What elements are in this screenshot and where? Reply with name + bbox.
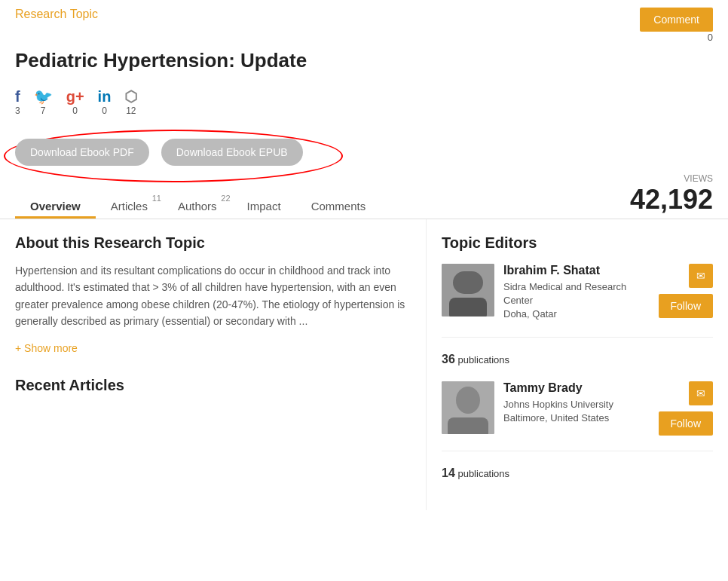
svg-rect-5 bbox=[448, 417, 488, 434]
show-more-link[interactable]: + Show more bbox=[15, 342, 78, 354]
share-count: 12 bbox=[126, 105, 136, 116]
editor-2-actions: ✉ Follow bbox=[659, 381, 713, 436]
editor-1-actions: ✉ Follow bbox=[659, 264, 713, 318]
googleplus-count: 0 bbox=[72, 105, 78, 116]
general-share[interactable]: ⬡ 12 bbox=[124, 87, 137, 116]
googleplus-icon: g+ bbox=[66, 88, 84, 105]
main-content: About this Research Topic Hypertension a… bbox=[0, 219, 728, 510]
research-topic-label: Research Topic bbox=[15, 8, 98, 21]
editor-card-2-inner: Tammy Brady Johns Hopkins University Bal… bbox=[442, 381, 713, 451]
twitter-icon: 🐦 bbox=[34, 87, 53, 105]
svg-rect-1 bbox=[453, 271, 483, 294]
nav-section: Overview 11 Articles 22 Authors Impact C… bbox=[0, 173, 728, 219]
tab-authors[interactable]: 22 Authors bbox=[163, 192, 232, 219]
editor-card-1-inner: Ibrahim F. Shatat Sidra Medical and Rese… bbox=[442, 264, 713, 338]
twitter-count: 7 bbox=[41, 105, 46, 116]
googleplus-share[interactable]: g+ 0 bbox=[66, 88, 84, 116]
tab-comments-label: Comments bbox=[311, 200, 366, 213]
tab-articles[interactable]: 11 Articles bbox=[96, 192, 163, 219]
recent-articles-title: Recent Articles bbox=[15, 377, 411, 394]
tab-articles-badge: 11 bbox=[152, 194, 161, 203]
editor-2-info: Tammy Brady Johns Hopkins University Bal… bbox=[503, 381, 650, 425]
tab-overview-label: Overview bbox=[30, 200, 81, 213]
editor-1-email-button[interactable]: ✉ bbox=[689, 264, 713, 288]
comment-count-area: 0 bbox=[0, 32, 728, 43]
tab-authors-label: Authors bbox=[178, 200, 217, 213]
download-pdf-button[interactable]: Download Ebook PDF bbox=[15, 139, 149, 166]
about-description: Hypertension and its resultant complicat… bbox=[15, 262, 411, 330]
editor-1-publications: 36 publications bbox=[442, 353, 713, 366]
tab-impact[interactable]: Impact bbox=[232, 192, 296, 219]
topic-editors-title: Topic Editors bbox=[442, 234, 713, 252]
views-count: 42,192 bbox=[630, 184, 713, 216]
nav-tabs: Overview 11 Articles 22 Authors Impact C… bbox=[15, 192, 381, 219]
editor-2-avatar bbox=[442, 381, 494, 434]
page-title: Pediatric Hypertension: Update bbox=[15, 49, 713, 72]
about-title: About this Research Topic bbox=[15, 234, 411, 252]
editor-1-info: Ibrahim F. Shatat Sidra Medical and Rese… bbox=[503, 264, 650, 322]
social-section: f 3 🐦 7 g+ 0 in 0 ⬡ 12 bbox=[0, 80, 728, 124]
download-section: Download Ebook PDF Download Ebook EPUB bbox=[0, 124, 728, 173]
facebook-share[interactable]: f 3 bbox=[15, 88, 20, 116]
comment-button[interactable]: Comment bbox=[640, 8, 713, 32]
linkedin-icon: in bbox=[98, 88, 112, 105]
views-section: VIEWS 42,192 bbox=[630, 173, 713, 219]
linkedin-count: 0 bbox=[102, 105, 107, 116]
tab-overview[interactable]: Overview bbox=[15, 192, 96, 219]
left-panel: About this Research Topic Hypertension a… bbox=[0, 219, 427, 510]
editor-2-email-button[interactable]: ✉ bbox=[689, 381, 713, 405]
comment-count-number: 0 bbox=[708, 32, 713, 43]
tab-impact-label: Impact bbox=[247, 200, 281, 213]
linkedin-share[interactable]: in 0 bbox=[98, 88, 112, 116]
editor-2-publications: 14 publications bbox=[442, 466, 713, 480]
editor-card-1: Ibrahim F. Shatat Sidra Medical and Rese… bbox=[442, 264, 713, 366]
editor-1-avatar bbox=[442, 264, 494, 316]
right-panel: Topic Editors Ibrahim F. Shatat Sidra Me… bbox=[427, 219, 728, 510]
editor-1-name: Ibrahim F. Shatat bbox=[503, 264, 650, 277]
share-icon: ⬡ bbox=[124, 87, 137, 105]
editor-2-affiliation: Johns Hopkins University Baltimore, Unit… bbox=[503, 398, 650, 425]
svg-point-4 bbox=[456, 387, 480, 414]
download-buttons: Download Ebook PDF Download Ebook EPUB bbox=[15, 139, 713, 166]
download-epub-button[interactable]: Download Ebook EPUB bbox=[161, 139, 303, 166]
editor-1-affiliation: Sidra Medical and Research Center Doha, … bbox=[503, 280, 650, 322]
editor-card-2: Tammy Brady Johns Hopkins University Bal… bbox=[442, 381, 713, 480]
facebook-count: 3 bbox=[15, 105, 20, 116]
top-bar: Research Topic Comment bbox=[0, 0, 728, 32]
facebook-icon: f bbox=[15, 88, 20, 105]
tab-authors-badge: 22 bbox=[221, 194, 230, 203]
editor-1-follow-button[interactable]: Follow bbox=[659, 294, 713, 318]
editor-2-name: Tammy Brady bbox=[503, 381, 650, 395]
svg-rect-2 bbox=[449, 298, 487, 316]
tab-comments[interactable]: Comments bbox=[296, 192, 381, 219]
twitter-share[interactable]: 🐦 7 bbox=[34, 87, 53, 116]
editor-2-follow-button[interactable]: Follow bbox=[659, 411, 713, 436]
title-section: Pediatric Hypertension: Update bbox=[0, 43, 728, 80]
views-label: VIEWS bbox=[630, 173, 713, 184]
tab-articles-label: Articles bbox=[111, 200, 148, 213]
